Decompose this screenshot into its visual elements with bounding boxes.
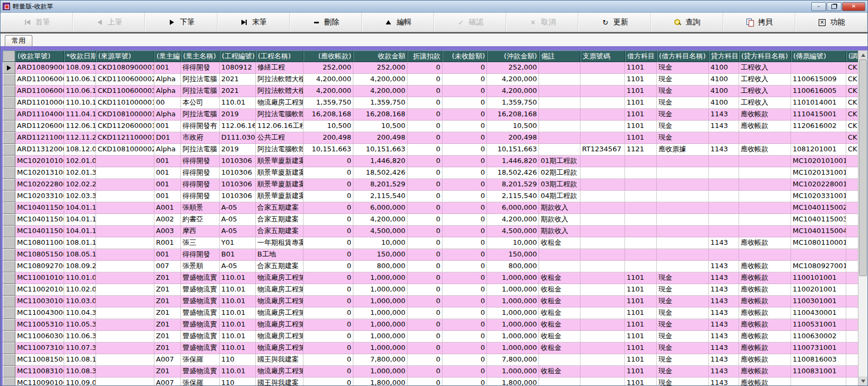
grid-cell[interactable]: 1100731001 [791, 342, 846, 354]
row-selector[interactable] [3, 261, 15, 272]
column-header[interactable]: (沖款金額) [487, 50, 539, 62]
grid-cell[interactable]: 4,200,000 [487, 74, 539, 85]
grid-cell[interactable]: 03期工程款 [539, 179, 580, 191]
table-row[interactable]: MC1020131001102.01.31001得得開發1010306順景華廈新… [3, 167, 858, 179]
grid-cell[interactable]: 102.03.31 [64, 191, 96, 202]
grid-cell[interactable] [539, 144, 580, 156]
grid-cell[interactable]: 0 [442, 272, 487, 284]
grid-cell[interactable]: B工地 [256, 249, 303, 261]
grid-cell[interactable]: 物流廠房工程第 [256, 296, 303, 307]
grid-cell[interactable]: 150,000 [353, 249, 407, 261]
grid-cell[interactable]: CK [846, 97, 858, 109]
grid-cell[interactable]: 1143 [709, 296, 739, 307]
grid-cell[interactable]: 1110415001 [791, 109, 846, 121]
grid-cell[interactable]: 現金 [657, 272, 709, 284]
grid-cell[interactable]: Alpha [154, 74, 181, 85]
grid-cell[interactable]: Z01 [154, 366, 181, 378]
grid-cell[interactable]: Z01 [154, 319, 181, 331]
grid-cell[interactable] [580, 342, 625, 354]
grid-cell[interactable]: 張保羅 [181, 378, 220, 385]
grid-cell[interactable]: 10,151,663 [353, 144, 407, 156]
grid-cell[interactable]: 0 [303, 191, 353, 202]
grid-cell[interactable]: 4,500,000 [487, 226, 539, 237]
grid-cell[interactable] [96, 366, 154, 378]
row-selector[interactable] [3, 97, 15, 109]
grid-cell[interactable] [846, 179, 858, 191]
grid-cell[interactable] [739, 167, 791, 179]
grid-cell[interactable]: 1010306 [220, 179, 256, 191]
grid-cell[interactable]: MC1020228001 [791, 179, 846, 191]
grid-cell[interactable]: 0 [407, 226, 442, 237]
grid-cell[interactable]: 順景華廈新建案 [256, 167, 303, 179]
grid-cell[interactable]: 應收帳款 [739, 378, 791, 385]
grid-cell[interactable]: 0 [407, 202, 442, 214]
grid-cell[interactable]: 應收帳款 [739, 109, 791, 121]
grid-cell[interactable]: 0 [303, 307, 353, 319]
grid-cell[interactable]: CKD1081000002 [96, 144, 154, 156]
grid-cell[interactable]: ARD1101000001 [15, 97, 64, 109]
grid-cell[interactable]: 001 [154, 62, 181, 74]
row-selector[interactable] [3, 378, 15, 385]
grid-cell[interactable]: 阿拉法電腦 [181, 144, 220, 156]
grid-cell[interactable]: 張三 [181, 237, 220, 249]
grid-cell[interactable]: D111.03001 [220, 132, 256, 144]
grid-cell[interactable]: 阿拉法電腦軟體 [256, 144, 303, 156]
grid-cell[interactable] [580, 237, 625, 249]
grid-cell[interactable]: 豐盛物流實 [181, 296, 220, 307]
grid-cell[interactable]: 1081201001 [791, 144, 846, 156]
grid-cell[interactable]: 1,000,000 [487, 366, 539, 378]
grid-cell[interactable]: 得得開發有 [181, 121, 220, 132]
grid-cell[interactable]: MC1040115004 [791, 226, 846, 237]
grid-cell[interactable]: 物流廠房工程第 [256, 284, 303, 296]
grid-cell[interactable]: 1,800,000 [487, 378, 539, 385]
grid-cell[interactable]: 張順景 [181, 202, 220, 214]
grid-cell[interactable]: 1100616005 [791, 85, 846, 97]
grid-cell[interactable]: 4,200,000 [303, 85, 353, 97]
grid-cell[interactable] [96, 331, 154, 342]
grid-cell[interactable]: 得得開發 [181, 167, 220, 179]
grid-cell[interactable]: 001 [154, 156, 181, 167]
toolbar-button-delete[interactable]: 刪除 [290, 13, 362, 32]
tab-changyong[interactable]: 常用 [5, 35, 32, 46]
grid-cell[interactable] [846, 249, 858, 261]
grid-cell[interactable]: MC1020228001 [15, 179, 64, 191]
grid-cell[interactable]: 0 [407, 296, 442, 307]
grid-cell[interactable]: 收租金 [539, 331, 580, 342]
grid-cell[interactable]: MC1100531001 [15, 319, 64, 331]
grid-cell[interactable]: 1143 [709, 272, 739, 284]
column-header[interactable]: (貸方科目名稱) [739, 50, 791, 62]
grid-cell[interactable]: 1,000,000 [353, 366, 407, 378]
grid-cell[interactable]: 16,208,168 [487, 109, 539, 121]
grid-cell[interactable] [739, 226, 791, 237]
grid-cell[interactable]: 豐盛物流實 [181, 319, 220, 331]
grid-cell[interactable] [580, 191, 625, 202]
minimize-button[interactable]: – [811, 2, 826, 11]
grid-cell[interactable]: 豐盛物流實 [181, 342, 220, 354]
grid-cell[interactable]: 10,000 [353, 237, 407, 249]
grid-cell[interactable]: 0 [303, 179, 353, 191]
grid-cell[interactable]: 6,000,000 [353, 202, 407, 214]
grid-cell[interactable]: 1120616002 [791, 121, 846, 132]
grid-cell[interactable]: 物流廠房工程第 [256, 307, 303, 319]
grid-cell[interactable]: 期款收入 [539, 226, 580, 237]
grid-cell[interactable] [791, 132, 846, 144]
table-row[interactable]: MC1040115003104.01.15A002約書亞A-05合家五期建案04… [3, 214, 858, 226]
grid-cell[interactable]: 1101 [625, 121, 657, 132]
grid-cell[interactable]: 阿拉法電腦 [181, 74, 220, 85]
grid-cell[interactable]: 收租金 [539, 296, 580, 307]
grid-cell[interactable]: 現金 [657, 132, 709, 144]
grid-cell[interactable]: 1101 [625, 132, 657, 144]
grid-cell[interactable]: 110.01 [220, 331, 256, 342]
grid-cell[interactable]: 收租金 [539, 307, 580, 319]
grid-cell[interactable]: 合家五期建案 [256, 226, 303, 237]
row-selector[interactable] [3, 319, 15, 331]
column-header[interactable]: 貸方科目 [709, 50, 739, 62]
row-selector[interactable] [3, 132, 15, 144]
grid-cell[interactable] [96, 354, 154, 366]
grid-cell[interactable]: 期款收入 [539, 202, 580, 214]
grid-cell[interactable] [625, 261, 657, 272]
grid-cell[interactable] [846, 319, 858, 331]
grid-cell[interactable] [539, 109, 580, 121]
toolbar-button-next-record[interactable]: 下筆 [145, 13, 217, 32]
row-selector[interactable] [3, 214, 15, 226]
